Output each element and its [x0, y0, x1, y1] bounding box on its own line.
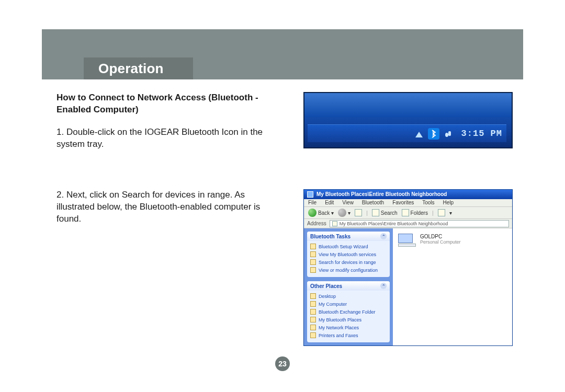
- task-modify-config[interactable]: View or modify configuration: [310, 266, 387, 274]
- desktop-icon: [310, 293, 316, 299]
- explorer-content: GOLDPC Personal Computer: [393, 228, 512, 345]
- page-number-badge: 23: [275, 356, 290, 371]
- place-my-computer[interactable]: My Computer: [310, 300, 387, 308]
- place-network[interactable]: My Network Places: [310, 324, 387, 331]
- device-icon: [443, 128, 454, 140]
- screenshot-explorer-window: My Bluetooth Places\Entire Bluetooth Nei…: [303, 189, 513, 346]
- search-button[interactable]: Search: [372, 209, 398, 216]
- page-title: Operation: [98, 61, 164, 77]
- step-2-text: 2. Next, click on Search for devices in …: [56, 189, 277, 225]
- menu-help[interactable]: Help: [443, 200, 454, 205]
- chevron-up-icon[interactable]: ⌃: [380, 283, 387, 289]
- back-icon: [308, 209, 317, 217]
- back-label: Back: [318, 210, 330, 216]
- page-number: 23: [0, 356, 565, 371]
- row-step-1: How to Connect to Network Access (Blueto…: [42, 92, 523, 151]
- folders-icon: [402, 209, 409, 216]
- wizard-icon: [310, 244, 316, 249]
- place-bt-exchange[interactable]: Bluetooth Exchange Folder: [310, 308, 387, 316]
- address-label: Address: [307, 221, 326, 226]
- device-item[interactable]: GOLDPC Personal Computer: [398, 234, 507, 248]
- separator: |: [366, 210, 368, 216]
- search-label: Search: [381, 210, 398, 216]
- views-icon[interactable]: [438, 209, 445, 216]
- screenshot-system-tray: 3:15 PM: [303, 92, 513, 148]
- folders-button[interactable]: Folders: [402, 209, 428, 216]
- panel-title: Other Places: [310, 283, 342, 289]
- header-bar: Operation: [42, 29, 523, 79]
- step-1-text: 1. Double-click on the IOGEAR Bluetooth …: [56, 126, 277, 151]
- task-view-services[interactable]: View My Bluetooth services: [310, 250, 387, 258]
- panel-bluetooth-tasks: Bluetooth Tasks ⌃ Bluetooth Setup Wizard…: [307, 232, 390, 277]
- separator: |: [432, 210, 434, 216]
- services-icon: [310, 251, 316, 257]
- network-icon: [413, 128, 425, 140]
- explorer-sidebar: Bluetooth Tasks ⌃ Bluetooth Setup Wizard…: [304, 228, 393, 345]
- svg-rect-2: [448, 131, 451, 136]
- panel-title: Bluetooth Tasks: [310, 234, 351, 239]
- search-icon: [372, 209, 379, 216]
- forward-icon: [338, 209, 346, 217]
- place-bt-places[interactable]: My Bluetooth Places: [310, 316, 387, 324]
- menu-file[interactable]: File: [308, 200, 317, 205]
- place-desktop[interactable]: Desktop: [310, 292, 387, 300]
- device-name: GOLDPC: [420, 234, 461, 239]
- task-search-devices[interactable]: Search for devices in range: [310, 258, 387, 266]
- dropdown-icon: ▾: [331, 210, 334, 216]
- window-title: My Bluetooth Places\Entire Bluetooth Nei…: [317, 191, 447, 197]
- search-devices-icon: [310, 259, 316, 265]
- window-icon: [307, 191, 313, 198]
- dropdown-icon: ▾: [348, 210, 351, 216]
- row-step-2: 2. Next, click on Search for devices in …: [42, 189, 523, 346]
- section-heading: How to Connect to Network Access (Blueto…: [56, 92, 277, 116]
- menu-bluetooth[interactable]: Bluetooth: [362, 200, 384, 205]
- menubar: File Edit View Bluetooth Favorites Tools…: [304, 199, 512, 207]
- folders-label: Folders: [411, 210, 428, 216]
- panel-other-places: Other Places ⌃ Desktop My Computer Bluet…: [307, 281, 390, 342]
- address-input[interactable]: My Bluetooth Places\Entire Bluetooth Nei…: [330, 220, 509, 227]
- network-places-icon: [310, 325, 316, 330]
- forward-button[interactable]: ▾: [338, 209, 351, 217]
- menu-tools[interactable]: Tools: [422, 200, 434, 205]
- computer-icon: [398, 234, 416, 248]
- menu-favorites[interactable]: Favorites: [392, 200, 414, 205]
- menu-view[interactable]: View: [342, 200, 354, 205]
- title-bar: Operation: [84, 57, 193, 79]
- bluetooth-icon: [428, 128, 439, 140]
- bt-places-icon: [310, 317, 316, 322]
- printers-icon: [310, 332, 316, 338]
- dropdown-icon: ▾: [449, 210, 452, 216]
- place-printers[interactable]: Printers and Faxes: [310, 331, 387, 339]
- address-bar: Address My Bluetooth Places\Entire Bluet…: [304, 219, 512, 228]
- window-titlebar: My Bluetooth Places\Entire Bluetooth Nei…: [304, 190, 512, 199]
- device-type: Personal Computer: [420, 239, 461, 245]
- address-value: My Bluetooth Places\Entire Bluetooth Nei…: [340, 221, 448, 226]
- clock: 3:15 PM: [461, 129, 502, 139]
- address-icon: [332, 221, 337, 226]
- up-icon[interactable]: [355, 209, 362, 216]
- menu-edit[interactable]: Edit: [325, 200, 334, 205]
- chevron-up-icon[interactable]: ⌃: [380, 233, 387, 239]
- toolbar: Back ▾ ▾ | Search Folders |: [304, 207, 512, 219]
- svg-point-1: [445, 133, 448, 137]
- folder-icon: [310, 309, 316, 315]
- back-button[interactable]: Back ▾: [308, 209, 334, 217]
- task-setup-wizard[interactable]: Bluetooth Setup Wizard: [310, 243, 387, 250]
- computer-icon: [310, 301, 316, 307]
- config-icon: [310, 267, 316, 273]
- svg-marker-0: [415, 132, 423, 137]
